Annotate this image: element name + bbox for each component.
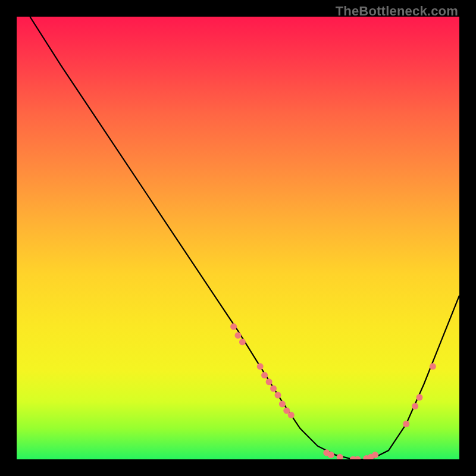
data-point	[416, 394, 423, 400]
data-point	[430, 363, 436, 369]
data-point	[270, 386, 277, 392]
data-point	[257, 363, 264, 369]
data-point	[372, 452, 378, 458]
chart-svg	[17, 17, 459, 459]
data-point	[239, 339, 246, 345]
data-point	[235, 332, 242, 339]
data-point	[261, 372, 268, 378]
data-point	[275, 392, 281, 399]
data-point-group	[230, 323, 436, 459]
data-point	[230, 323, 237, 330]
data-point	[279, 401, 286, 408]
data-point	[266, 378, 273, 385]
data-point	[403, 421, 409, 427]
data-point	[337, 454, 343, 459]
data-point	[412, 403, 418, 409]
data-point	[328, 452, 334, 458]
data-point	[354, 456, 361, 460]
data-point	[288, 412, 295, 418]
bottleneck-curve	[30, 17, 459, 459]
